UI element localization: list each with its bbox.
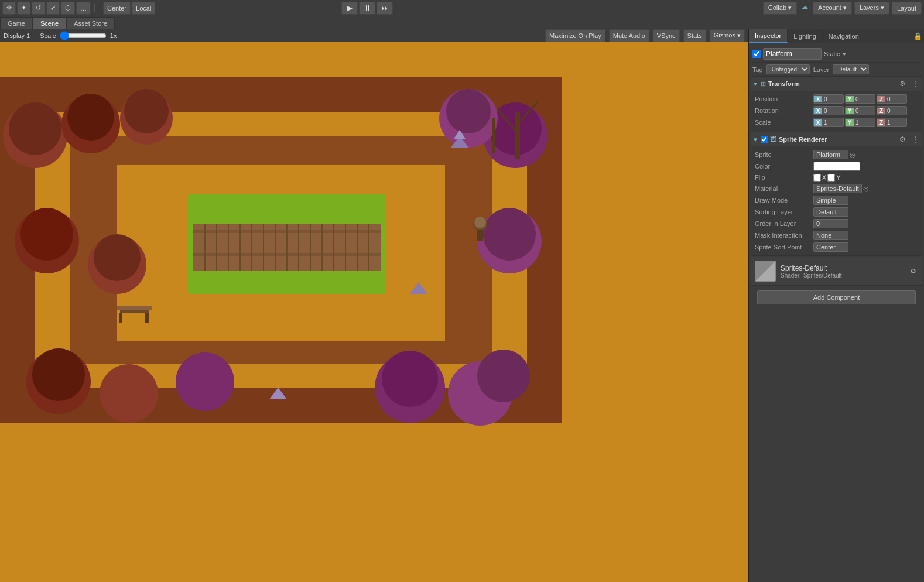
svg-rect-57 bbox=[120, 310, 149, 313]
scale-slider[interactable] bbox=[60, 31, 107, 40]
sr-enabled-checkbox[interactable] bbox=[761, 136, 768, 143]
flip-y-checkbox[interactable] bbox=[827, 174, 835, 182]
sr-more[interactable]: ⋮ bbox=[910, 135, 920, 144]
draw-mode-select[interactable]: Simple bbox=[813, 196, 848, 205]
stats-btn[interactable]: Stats bbox=[683, 29, 706, 42]
scale-tool[interactable]: ⤢ bbox=[46, 2, 60, 15]
sorting-layer-select[interactable]: Default bbox=[813, 207, 848, 217]
sz-label: Z bbox=[877, 119, 885, 126]
position-x-input[interactable] bbox=[822, 96, 843, 102]
scale-z-input[interactable] bbox=[885, 119, 906, 126]
color-swatch[interactable] bbox=[813, 162, 860, 171]
transform-settings[interactable]: ⚙ bbox=[898, 79, 908, 88]
sprite-select-btn[interactable]: ◎ bbox=[850, 151, 855, 159]
flip-x-checkbox[interactable] bbox=[813, 174, 821, 182]
layer-select[interactable]: Default bbox=[833, 64, 869, 74]
scale-value: X Y Z bbox=[813, 118, 918, 127]
layers-btn[interactable]: Layers ▾ bbox=[854, 2, 889, 15]
order-input[interactable]: 0 bbox=[813, 219, 848, 228]
transform-title: Transform bbox=[768, 80, 895, 87]
inspector-lock[interactable]: 🔒 bbox=[912, 29, 924, 43]
sprite-row: Sprite Platform ◎ bbox=[755, 149, 918, 160]
transform-header[interactable]: ▼ ⊞ Transform ⚙ ⋮ bbox=[751, 77, 922, 91]
static-dropdown[interactable]: ▾ bbox=[843, 50, 846, 58]
svg-point-41 bbox=[32, 348, 85, 401]
go-row2: Tag Untagged Layer Default bbox=[751, 63, 922, 77]
rx-label: X bbox=[814, 108, 822, 114]
go-header: Static ▾ bbox=[751, 46, 922, 63]
sprite-value[interactable]: Platform bbox=[813, 150, 848, 159]
position-z-input[interactable] bbox=[885, 96, 906, 102]
tag-select[interactable]: Untagged bbox=[766, 64, 810, 74]
tab-lighting[interactable]: Lighting bbox=[788, 29, 823, 43]
material-settings[interactable]: ⚙ bbox=[908, 266, 918, 276]
play-btn[interactable]: ▶ bbox=[341, 2, 358, 15]
local-btn[interactable]: Local bbox=[132, 2, 155, 15]
inspector-panel: Inspector Lighting Navigation 🔒 Static ▾… bbox=[748, 29, 924, 582]
rotate-tool[interactable]: ↺ bbox=[32, 2, 45, 15]
material-value[interactable]: Sprites-Default bbox=[813, 184, 862, 193]
position-y-input[interactable] bbox=[854, 96, 875, 102]
order-in-layer-row: Order in Layer 0 bbox=[755, 218, 918, 230]
transform-expand-icon: ▼ bbox=[752, 81, 758, 87]
z-label: Z bbox=[877, 96, 885, 102]
sr-settings[interactable]: ⚙ bbox=[898, 135, 908, 144]
scale-y-field: Y bbox=[845, 118, 875, 127]
cloud-btn[interactable]: ☁ bbox=[799, 2, 810, 15]
mask-select[interactable]: None bbox=[813, 231, 848, 240]
material-name: Sprites-Default bbox=[781, 264, 904, 272]
tab-navigation[interactable]: Navigation bbox=[823, 29, 865, 43]
shader-label: Shader bbox=[781, 272, 799, 279]
center-btn[interactable]: Center bbox=[103, 2, 131, 15]
static-label: Static bbox=[824, 50, 840, 57]
rotation-z-input[interactable] bbox=[885, 108, 906, 114]
gizmos-btn[interactable]: Gizmos ▾ bbox=[710, 29, 745, 42]
step-btn[interactable]: ⏭ bbox=[377, 2, 393, 15]
tab-inspector[interactable]: Inspector bbox=[749, 29, 788, 43]
sprite-sort-select[interactable]: Center bbox=[813, 242, 848, 252]
position-value: X Y Z bbox=[813, 94, 918, 104]
collab-btn[interactable]: Collab ▾ bbox=[763, 2, 797, 15]
play-controls: ▶ ⏸ ⏭ bbox=[341, 2, 393, 15]
rect-tool[interactable]: ⬡ bbox=[61, 2, 75, 15]
layout-btn[interactable]: Layout bbox=[892, 2, 922, 15]
sr-title: Sprite Renderer bbox=[779, 136, 895, 143]
rotation-x-input[interactable] bbox=[822, 108, 843, 114]
account-btn[interactable]: Account ▾ bbox=[813, 2, 852, 15]
svg-point-42 bbox=[100, 364, 158, 423]
scale-row: Scale X Y Z bbox=[755, 117, 918, 128]
tab-game[interactable]: Game bbox=[0, 17, 33, 29]
go-name-input[interactable] bbox=[763, 48, 822, 60]
vsync-btn[interactable]: VSync bbox=[653, 29, 680, 42]
material-row: Material Sprites-Default ◎ bbox=[755, 183, 918, 194]
material-select-btn[interactable]: ◎ bbox=[863, 185, 869, 193]
custom-tool[interactable]: … bbox=[76, 2, 91, 15]
scale-y-input[interactable] bbox=[854, 119, 875, 126]
rotation-y-input[interactable] bbox=[854, 108, 875, 114]
draw-mode-row: Draw Mode Simple bbox=[755, 194, 918, 206]
flip-row: Flip X Y bbox=[755, 172, 918, 183]
sprite-label: Sprite bbox=[755, 151, 813, 158]
mute-btn[interactable]: Mute Audio bbox=[609, 29, 649, 42]
scale-x-input[interactable] bbox=[822, 119, 843, 126]
transform-more[interactable]: ⋮ bbox=[910, 79, 920, 88]
tab-scene[interactable]: Scene bbox=[33, 17, 66, 29]
position-x-field: X bbox=[813, 94, 844, 104]
maximize-btn[interactable]: Maximize On Play bbox=[545, 29, 605, 42]
tab-bar: Game Scene Asset Store bbox=[0, 16, 924, 29]
sorting-layer-label: Sorting Layer bbox=[755, 208, 813, 215]
sprite-renderer-header[interactable]: ▼ 🖼 Sprite Renderer ⚙ ⋮ bbox=[751, 132, 922, 146]
order-in-layer-value: 0 bbox=[813, 219, 918, 228]
material-thumb[interactable] bbox=[755, 261, 776, 282]
right-controls: Collab ▾ ☁ Account ▾ Layers ▾ Layout bbox=[763, 2, 922, 15]
pause-btn[interactable]: ⏸ bbox=[359, 2, 375, 15]
inspector-tabs: Inspector Lighting Navigation 🔒 bbox=[749, 29, 924, 43]
go-active-checkbox[interactable] bbox=[752, 50, 761, 58]
draw-mode-label: Draw Mode bbox=[755, 197, 813, 204]
add-component-btn[interactable]: Add Component bbox=[757, 290, 916, 304]
hand-tool[interactable]: ✥ bbox=[2, 2, 16, 15]
move-tool[interactable]: ✦ bbox=[17, 2, 30, 15]
color-row: Color bbox=[755, 160, 918, 172]
tab-asset-store[interactable]: Asset Store bbox=[66, 17, 115, 29]
draw-mode-value: Simple bbox=[813, 196, 918, 205]
